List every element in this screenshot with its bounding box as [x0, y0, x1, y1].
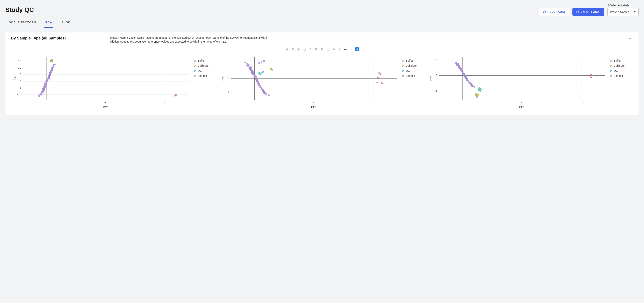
svg-point-273: [480, 90, 481, 91]
svg-text:0: 0: [20, 80, 21, 83]
svg-point-267: [468, 81, 469, 82]
tab-pca[interactable]: PCA: [44, 18, 53, 27]
somamer-labels-caption: SOMAmer Labels: [608, 4, 638, 7]
svg-point-179: [260, 86, 261, 88]
chart-pc1-pc4[interactable]: 050100−505PC1PC4: [429, 55, 607, 110]
legend-pc1-pc2: Buffer Calibrator QC Sample: [194, 55, 215, 110]
svg-point-94: [48, 75, 50, 77]
svg-point-278: [475, 95, 476, 96]
somamer-labels-value: Protein Names: [610, 10, 629, 13]
autoscale-icon[interactable]: [326, 47, 330, 51]
legend-item-calibrator[interactable]: Calibrator: [402, 64, 423, 67]
svg-text:15: 15: [18, 60, 21, 63]
somamer-labels-select[interactable]: Protein Names ▼: [608, 8, 638, 16]
legend-item-calibrator[interactable]: Calibrator: [194, 64, 215, 67]
tab-scale-factors[interactable]: SCALE FACTORS: [8, 18, 37, 27]
legend-pc1-pc4: Buffer Calibrator QC Sample: [610, 55, 631, 110]
svg-point-176: [252, 71, 254, 73]
plotly-logo-icon[interactable]: [355, 47, 359, 51]
svg-text:100: 100: [371, 101, 376, 104]
svg-text:PC1: PC1: [519, 105, 525, 109]
svg-line-2: [293, 50, 294, 50]
svg-text:0: 0: [436, 74, 437, 77]
svg-point-261: [471, 85, 473, 87]
svg-point-168: [249, 68, 250, 70]
legend-item-sample[interactable]: Sample: [610, 74, 631, 77]
svg-text:0: 0: [462, 101, 463, 104]
svg-point-89: [42, 88, 44, 90]
tab-elod[interactable]: ELOD: [60, 18, 72, 27]
svg-point-181: [248, 64, 249, 65]
legend-item-buffer[interactable]: Buffer: [194, 59, 215, 62]
svg-point-281: [591, 75, 593, 76]
legend-item-sample[interactable]: Sample: [194, 74, 215, 77]
export-icon: [576, 10, 579, 13]
svg-point-194: [377, 77, 379, 78]
svg-point-173: [261, 88, 262, 90]
svg-point-191: [272, 69, 273, 71]
svg-point-254: [476, 96, 478, 98]
svg-point-175: [250, 66, 252, 68]
svg-text:5: 5: [228, 63, 229, 66]
panel-title: By Sample Type (all Samples): [11, 36, 102, 40]
hover-compare-icon[interactable]: [349, 47, 353, 51]
export-adat-button[interactable]: EXPORT ADAT: [572, 8, 604, 16]
legend-pc1-pc3: Buffer Calibrator QC Sample: [402, 55, 423, 110]
svg-text:0: 0: [46, 101, 47, 104]
svg-point-88: [41, 91, 42, 93]
box-select-icon[interactable]: [303, 47, 306, 51]
reset-axes-icon[interactable]: [332, 47, 336, 51]
export-adat-label: EXPORT ADAT: [580, 10, 601, 13]
pan-icon[interactable]: [297, 47, 301, 51]
svg-point-87: [40, 93, 41, 95]
svg-rect-16: [356, 49, 356, 50]
legend-item-qc[interactable]: QC: [610, 69, 631, 72]
svg-point-196: [376, 82, 378, 83]
svg-point-266: [465, 77, 467, 79]
legend-item-calibrator[interactable]: Calibrator: [610, 64, 631, 67]
svg-point-121: [244, 62, 246, 63]
legend-item-sample[interactable]: Sample: [402, 74, 423, 77]
reset-adat-button[interactable]: RESET ADAT: [539, 8, 569, 16]
svg-text:PC2: PC2: [13, 76, 16, 81]
svg-text:−5: −5: [18, 86, 21, 89]
svg-text:−10: −10: [17, 93, 21, 96]
svg-point-166: [268, 95, 270, 96]
spike-lines-icon[interactable]: [338, 47, 342, 51]
legend-item-buffer[interactable]: Buffer: [610, 59, 631, 62]
svg-rect-19: [358, 49, 358, 50]
svg-point-262: [456, 64, 458, 65]
zoom-in-icon[interactable]: [314, 47, 318, 51]
svg-point-90: [43, 86, 45, 87]
svg-point-172: [258, 84, 260, 86]
svg-point-272: [481, 89, 482, 90]
svg-text:PC4: PC4: [430, 76, 433, 81]
svg-text:5: 5: [436, 59, 437, 62]
svg-point-279: [477, 95, 479, 96]
svg-point-183: [261, 61, 262, 63]
svg-text:PC3: PC3: [221, 76, 225, 81]
svg-text:−5: −5: [226, 90, 229, 93]
svg-text:PC1: PC1: [103, 105, 108, 109]
svg-point-258: [464, 75, 466, 77]
svg-point-268: [470, 84, 472, 85]
chart-pc1-pc3[interactable]: 050100−505PC1PC3: [221, 55, 399, 110]
collapse-chevron-icon[interactable]: [626, 36, 633, 42]
zoom-out-icon[interactable]: [320, 47, 324, 51]
svg-point-178: [257, 82, 259, 83]
camera-icon[interactable]: [285, 47, 289, 51]
hover-closest-icon[interactable]: [344, 47, 348, 51]
page-title: Study QC: [6, 4, 34, 13]
legend-item-qc[interactable]: QC: [402, 69, 423, 72]
legend-item-buffer[interactable]: Buffer: [402, 59, 423, 62]
svg-point-189: [262, 71, 264, 73]
zoom-icon[interactable]: [291, 47, 295, 51]
svg-point-182: [258, 62, 260, 64]
svg-point-260: [469, 83, 470, 84]
svg-text:0: 0: [228, 77, 229, 80]
legend-item-qc[interactable]: QC: [194, 69, 215, 72]
svg-point-171: [256, 80, 258, 82]
svg-point-177: [255, 76, 256, 77]
lasso-select-icon[interactable]: [308, 47, 312, 51]
chart-pc1-pc2[interactable]: 050100−10−5051015PC1PC2: [13, 55, 191, 110]
